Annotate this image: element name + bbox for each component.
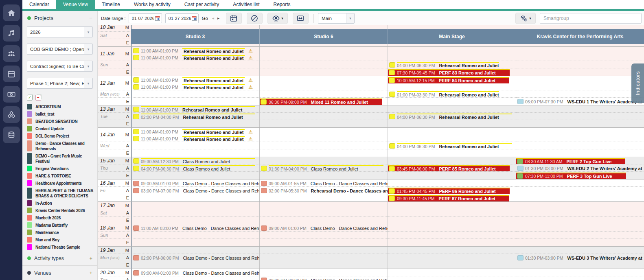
schedule-cell[interactable] — [516, 239, 644, 246]
schedule-cell[interactable] — [516, 179, 644, 187]
schedule-cell[interactable] — [260, 149, 388, 157]
event[interactable]: 04:00 PM-06:30 PMRehearsal Romeo and Jul… — [388, 142, 516, 149]
project-list-item[interactable]: Macbeth 2026 — [27, 215, 96, 221]
project-list-item[interactable]: Demo - Dance Classes and Rehearsals — [27, 140, 96, 151]
project-list-item[interactable]: HERB ALPERT & THE TIJUANA BRASS & OTHER … — [27, 188, 96, 199]
schedule-cell[interactable] — [388, 179, 516, 187]
event[interactable]: 03:00 PM-07:00 PMClass Demo - Dance Clas… — [132, 187, 259, 194]
tab-timeline[interactable]: Timeline — [95, 0, 127, 9]
calendar-view-button[interactable] — [226, 13, 242, 24]
schedule-cell[interactable] — [516, 149, 644, 157]
event[interactable]: 01:45 PM-04:45 PMPERF 86 Romeo and Julie… — [388, 187, 516, 194]
event[interactable]: 09:00 AM-01:00 PMClass Demo - Dance Clas… — [132, 180, 259, 187]
schedule-cell[interactable] — [260, 120, 388, 127]
schedule-cell[interactable]: 03:00 PM-07:00 PMClass Demo - Dance Clas… — [132, 187, 259, 194]
schedule-cell[interactable]: 07:30 PM-11:00 PMPERF 3 Top Gun Live — [516, 172, 644, 179]
schedule-cell[interactable] — [260, 90, 388, 98]
event[interactable]: 07:30 PM-11:00 PMPERF 3 Top Gun Live — [516, 172, 644, 179]
schedule-cell[interactable]: 04:00 PM-06:30 PMClass Romeo and Juliet — [132, 164, 259, 172]
venue-column-header[interactable]: Main Stage — [388, 29, 516, 44]
schedule-cell[interactable]: 02:00 PM-06:00 PMClass Demo - Dance Clas… — [260, 276, 388, 280]
expand-section-button[interactable]: + — [89, 255, 92, 261]
schedule-cell[interactable] — [388, 209, 516, 217]
schedule-cell[interactable] — [388, 120, 516, 127]
people-icon-button[interactable] — [3, 45, 20, 62]
event[interactable]: 06:00 PM-07:30 PMWS-EDU 1 The Writers' A… — [516, 98, 644, 105]
schedule-cell[interactable] — [516, 128, 644, 142]
previous-range-arrow[interactable]: ◂ — [212, 16, 214, 20]
schedule-cell[interactable] — [388, 47, 516, 61]
event[interactable]: 09:30 AM-12:30 PMClass Romeo and Juliet — [132, 158, 259, 164]
schedule-cell[interactable] — [260, 172, 388, 179]
project-filter-select-1[interactable]: 2026▾ — [27, 26, 93, 37]
schedule-cell[interactable] — [516, 113, 644, 120]
schedule-cell[interactable] — [260, 68, 388, 76]
schedule-cell[interactable]: 04:00 PM-06:30 PMRehearsal Romeo and Jul… — [388, 113, 516, 120]
schedule-cell[interactable] — [388, 105, 516, 113]
project-list-item[interactable]: DEMO - Grant Park Music Festival — [27, 153, 96, 164]
smartgroup-input[interactable] — [540, 13, 641, 23]
tab-cast-per-activity[interactable]: Cast per activity — [177, 0, 226, 9]
schedule-cell[interactable]: 02:00 PM-06:00 PMClass Demo - Dance Clas… — [132, 254, 259, 261]
schedule-cell[interactable] — [388, 224, 516, 232]
schedule-cell[interactable] — [388, 261, 516, 269]
schedule-cell[interactable] — [132, 202, 259, 209]
project-list-item[interactable]: National Theatre Sample — [27, 244, 96, 250]
schedule-cell[interactable] — [516, 276, 644, 280]
cubes-icon-button[interactable] — [3, 106, 20, 123]
schedule-cell[interactable] — [260, 247, 388, 254]
schedule-cell[interactable] — [516, 232, 644, 239]
schedule-cell[interactable]: 01:00 PM-03:30 PMRehearsal Romeo and Jul… — [388, 90, 516, 98]
schedule-cell[interactable]: 08:30 AM-11:30 AMPERF 2 Top Gun Live — [516, 157, 644, 164]
schedule-cell[interactable] — [260, 261, 388, 269]
schedule-cell[interactable] — [516, 247, 644, 254]
event[interactable]: 10:00 AM-12:15 PMPERF 84 Romeo and Julie… — [388, 77, 516, 83]
project-list-item[interactable]: ballet_test — [27, 111, 96, 117]
venue-column-header[interactable]: Kravis Center for the Performing Arts — [516, 29, 644, 44]
event[interactable]: 09:00 AM-01:00 PMClass Demo - Dance Clas… — [132, 269, 259, 276]
event[interactable]: 11:00 AM-01:00 PMRehearsal Romeo and Jul… — [132, 54, 259, 61]
schedule-cell[interactable] — [388, 232, 516, 239]
schedule-cell[interactable] — [132, 239, 259, 246]
schedule-cell[interactable]: 11:00 AM-01:00 PMRehearsal Romeo and Jul… — [132, 128, 259, 142]
tab-works-by-activity[interactable]: Works by activity — [127, 0, 177, 9]
schedule-cell[interactable] — [260, 217, 388, 224]
schedule-cell[interactable] — [388, 157, 516, 164]
event[interactable]: 02:00 PM-06:00 PMClass Demo - Dance Clas… — [260, 277, 388, 280]
schedule-cell[interactable] — [260, 209, 388, 217]
schedule-cell[interactable] — [388, 276, 516, 280]
schedule-cell[interactable] — [260, 232, 388, 239]
schedule-cell[interactable]: 02:00 PM-05:30 PMRehearsal Demo - Dance … — [260, 187, 388, 194]
music-icon-button[interactable] — [3, 25, 20, 42]
date-to-input[interactable] — [166, 16, 191, 21]
calendar-icon-button[interactable] — [3, 66, 20, 82]
project-filter-select-3[interactable]: Contract Signed; To Be Cc▾ — [27, 61, 93, 72]
schedule-cell[interactable] — [132, 232, 259, 239]
project-list-item[interactable]: DCL Demo Project — [27, 133, 96, 139]
tab-venue-view[interactable]: Venue view — [56, 0, 95, 9]
schedule-cell[interactable] — [260, 157, 388, 164]
schedule-cell[interactable]: 01:30 PM-03:00 PMWS-EDU 3 The Writers' A… — [516, 254, 644, 261]
event[interactable]: 11:00 AM-01:00 PMRehearsal Romeo and Jul… — [132, 135, 259, 142]
event[interactable]: 11:00 AM-03:00 PMClass Demo - Dance Clas… — [132, 225, 259, 232]
schedule-cell[interactable]: 10:00 AM-12:15 PMPERF 84 Romeo and Julie… — [388, 76, 516, 90]
expand-section-button[interactable]: + — [89, 270, 92, 276]
schedule-cell[interactable]: 09:00 AM-01:55 PMClass Demo - Dance Clas… — [260, 179, 388, 187]
schedule-cell[interactable]: 11:00 AM-03:00 PMClass Demo - Dance Clas… — [132, 224, 259, 232]
next-range-arrow[interactable]: ▸ — [217, 16, 219, 20]
schedule-cell[interactable] — [260, 254, 388, 261]
schedule-cell[interactable] — [260, 202, 388, 209]
schedule-cell[interactable] — [132, 247, 259, 254]
sidebar-section-venues[interactable]: Venues+ — [22, 265, 97, 280]
event[interactable]: 11:00 AM-01:00 PMRehearsal Romeo and Jul… — [132, 47, 259, 54]
schedule-cell[interactable]: 06:00 PM-07:30 PMWS-EDU 1 The Writers' A… — [516, 98, 644, 105]
event[interactable]: 09:30 PM-11:45 PMPERF 87 Romeo and Julie… — [388, 195, 516, 201]
event[interactable]: 04:00 PM-06:30 PMRehearsal Romeo and Jul… — [388, 113, 516, 120]
schedule-cell[interactable]: 09:00 AM-01:00 PMClass Demo - Dance Clas… — [132, 179, 259, 187]
event[interactable]: 07:30 PM-09:45 PMPERF 83 Romeo and Julie… — [388, 69, 516, 76]
schedule-cell[interactable] — [132, 68, 259, 76]
database-icon-button[interactable] — [3, 127, 20, 143]
schedule-cell[interactable] — [132, 194, 259, 201]
schedule-cell[interactable] — [132, 261, 259, 269]
schedule-cell[interactable] — [388, 247, 516, 254]
